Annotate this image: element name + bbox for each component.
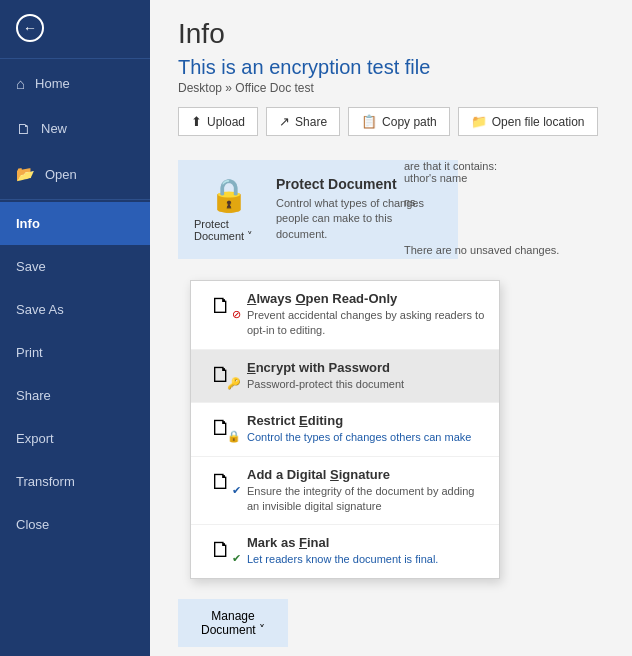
right-info-text3: ns. xyxy=(404,196,604,208)
always-open-readonly-item[interactable]: 🗋⊘ Always Open Read-Only Prevent acciden… xyxy=(191,281,499,350)
sidebar-item-home[interactable]: ⌂ Home xyxy=(0,61,150,106)
readonly-icon: 🗋⊘ xyxy=(205,293,237,319)
right-info-text2: uthor's name xyxy=(404,172,604,184)
copy-icon: 📋 xyxy=(361,114,377,129)
page-title: Info xyxy=(178,18,604,50)
back-icon: ← xyxy=(16,14,44,42)
share-icon: ↗ xyxy=(279,114,290,129)
right-info-text4: There are no unsaved changes. xyxy=(404,244,604,256)
back-button[interactable]: ← xyxy=(0,0,150,56)
sidebar-label-home: Home xyxy=(35,76,70,91)
encrypt-icon: 🗋🔑 xyxy=(205,362,237,388)
sidebar-item-export[interactable]: Export xyxy=(0,417,150,460)
restrict-description: Control the types of changes others can … xyxy=(247,430,471,445)
sidebar-label-info: Info xyxy=(16,216,40,231)
copy-path-button[interactable]: 📋 Copy path xyxy=(348,107,450,136)
sidebar-item-info[interactable]: Info xyxy=(0,202,150,245)
sidebar: ← ⌂ Home 🗋 New 📂 Open Info Save Save As … xyxy=(0,0,150,656)
folder-icon: 📁 xyxy=(471,114,487,129)
encrypt-password-item[interactable]: 🗋🔑 Encrypt with Password Password-protec… xyxy=(191,350,499,403)
upload-button[interactable]: ⬆ Upload xyxy=(178,107,258,136)
final-text: Mark as Final Let readers know the docum… xyxy=(247,535,438,567)
sidebar-item-new[interactable]: 🗋 New xyxy=(0,106,150,151)
signature-icon: 🗋✔ xyxy=(205,469,237,495)
sidebar-label-save: Save xyxy=(16,259,46,274)
encrypt-text: Encrypt with Password Password-protect t… xyxy=(247,360,404,392)
signature-text: Add a Digital Signature Ensure the integ… xyxy=(247,467,485,515)
sidebar-label-print: Print xyxy=(16,345,43,360)
readonly-title: Always Open Read-Only xyxy=(247,291,485,306)
final-badge: ✔ xyxy=(232,552,241,565)
open-icon: 📂 xyxy=(16,165,35,183)
lock-icon: 🔒 xyxy=(209,176,249,214)
sidebar-label-close: Close xyxy=(16,517,49,532)
sidebar-item-open[interactable]: 📂 Open xyxy=(0,151,150,197)
restrict-text: Restrict Editing Control the types of ch… xyxy=(247,413,471,445)
final-title: Mark as Final xyxy=(247,535,438,550)
toolbar: ⬆ Upload ↗ Share 📋 Copy path 📁 Open file… xyxy=(178,107,604,136)
share-label: Share xyxy=(295,115,327,129)
sidebar-label-share: Share xyxy=(16,388,51,403)
protect-document-button[interactable]: 🔒 Protect Document ˅ xyxy=(194,176,264,243)
digital-signature-item[interactable]: 🗋✔ Add a Digital Signature Ensure the in… xyxy=(191,457,499,526)
sidebar-label-transform: Transform xyxy=(16,474,75,489)
restrict-title: Restrict Editing xyxy=(247,413,471,428)
main-content: Info This is an encryption test file Des… xyxy=(150,0,632,656)
sidebar-item-share[interactable]: Share xyxy=(0,374,150,417)
breadcrumb: Desktop » Office Doc test xyxy=(178,81,604,95)
right-info: are that it contains: uthor's name ns. T… xyxy=(404,160,604,256)
signature-title: Add a Digital Signature xyxy=(247,467,485,482)
sidebar-item-save[interactable]: Save xyxy=(0,245,150,288)
restrict-icon: 🗋🔒 xyxy=(205,415,237,441)
restrict-badge: 🔒 xyxy=(227,430,241,443)
right-info-text1: are that it contains: xyxy=(404,160,604,172)
sidebar-label-saveas: Save As xyxy=(16,302,64,317)
signature-badge: ✔ xyxy=(232,484,241,497)
manage-label: Manage Document ˅ xyxy=(192,609,274,637)
mark-final-item[interactable]: 🗋✔ Mark as Final Let readers know the do… xyxy=(191,525,499,577)
readonly-text: Always Open Read-Only Prevent accidental… xyxy=(247,291,485,339)
new-icon: 🗋 xyxy=(16,120,31,137)
restrict-editing-item[interactable]: 🗋🔒 Restrict Editing Control the types of… xyxy=(191,403,499,456)
share-button[interactable]: ↗ Share xyxy=(266,107,340,136)
content-area: 🔒 Protect Document ˅ Protect Document Co… xyxy=(150,160,632,656)
upload-label: Upload xyxy=(207,115,245,129)
protect-dropdown-menu: 🗋⊘ Always Open Read-Only Prevent acciden… xyxy=(190,280,500,579)
encrypt-description: Password-protect this document xyxy=(247,377,404,392)
sidebar-label-open: Open xyxy=(45,167,77,182)
protect-button-label: Protect Document ˅ xyxy=(194,218,264,243)
signature-description: Ensure the integrity of the document by … xyxy=(247,484,485,515)
readonly-badge: ⊘ xyxy=(232,308,241,321)
encrypt-title: Encrypt with Password xyxy=(247,360,404,375)
open-location-label: Open file location xyxy=(492,115,585,129)
manage-section: Manage Document ˅ xyxy=(178,599,604,647)
final-description: Let readers know the document is final. xyxy=(247,552,438,567)
manage-document-button[interactable]: Manage Document ˅ xyxy=(178,599,288,647)
home-icon: ⌂ xyxy=(16,75,25,92)
file-title: This is an encryption test file xyxy=(178,56,604,79)
sidebar-item-transform[interactable]: Transform xyxy=(0,460,150,503)
sidebar-item-saveas[interactable]: Save As xyxy=(0,288,150,331)
upload-icon: ⬆ xyxy=(191,114,202,129)
readonly-description: Prevent accidental changes by asking rea… xyxy=(247,308,485,339)
sidebar-item-close[interactable]: Close xyxy=(0,503,150,546)
copy-path-label: Copy path xyxy=(382,115,437,129)
sidebar-item-print[interactable]: Print xyxy=(0,331,150,374)
encrypt-badge: 🔑 xyxy=(227,377,241,390)
final-icon: 🗋✔ xyxy=(205,537,237,563)
page-header: Info This is an encryption test file Des… xyxy=(150,0,632,160)
sidebar-label-new: New xyxy=(41,121,67,136)
sidebar-label-export: Export xyxy=(16,431,54,446)
open-location-button[interactable]: 📁 Open file location xyxy=(458,107,598,136)
